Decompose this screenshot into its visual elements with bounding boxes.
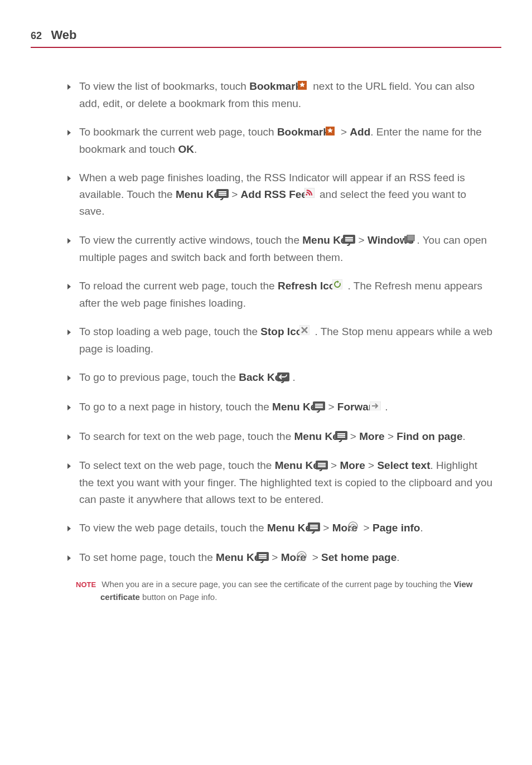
text-span: >	[385, 430, 397, 442]
text-span: .	[420, 522, 423, 534]
text-span: >	[320, 522, 332, 534]
svg-rect-22	[337, 433, 345, 434]
svg-rect-12	[407, 235, 414, 241]
bullet-icon	[67, 278, 79, 294]
text-span: To search for text on the web page, touc…	[79, 430, 294, 442]
content-area: To view the list of bookmarks, touch Boo…	[67, 78, 493, 603]
bullet-icon	[67, 520, 79, 536]
bullet-icon	[67, 399, 79, 415]
text-span: To select text on the web page, touch th…	[79, 459, 275, 471]
text-span: .	[194, 143, 197, 155]
list-item: To view the currently active windows, to…	[67, 232, 493, 265]
bold-text: Add RSS Feed	[241, 188, 314, 200]
text-span: >	[338, 126, 350, 138]
list-item: To view the list of bookmarks, touch Boo…	[67, 78, 493, 112]
bold-text: OK	[178, 143, 194, 155]
list-item: To select text on the web page, touch th…	[67, 457, 493, 507]
svg-rect-9	[345, 239, 353, 240]
svg-rect-19	[315, 407, 323, 408]
text-span: To stop loading a web page, touch the	[79, 326, 260, 337]
bold-text: More	[340, 459, 365, 471]
text-span: To go to a next page in history, touch t…	[79, 401, 272, 413]
bullet-icon	[67, 78, 79, 94]
bold-text: Add	[350, 126, 370, 138]
text-span: To view the web page details, touch the	[79, 522, 267, 534]
page-header: 62 Web	[31, 28, 501, 48]
svg-rect-32	[310, 528, 318, 529]
text-span: To go to previous page, touch the	[79, 371, 239, 383]
svg-rect-5	[219, 195, 226, 196]
text-span: To bookmark the current web page, touch	[79, 126, 277, 138]
svg-rect-24	[337, 437, 345, 438]
svg-rect-27	[318, 464, 326, 466]
text-span: >	[365, 459, 378, 471]
list-item: When a web page finishes loading, the RS…	[67, 170, 493, 220]
bullet-icon	[67, 428, 79, 444]
text-span: .	[463, 430, 466, 442]
svg-point-42	[301, 554, 302, 555]
list-item: To go to a next page in history, touch t…	[67, 399, 493, 416]
bold-text: Find on page	[396, 430, 462, 442]
list-item: To stop loading a web page, touch the St…	[67, 323, 493, 357]
text-span: >	[355, 234, 367, 246]
svg-point-33	[349, 522, 357, 531]
text-span: .	[396, 551, 399, 563]
svg-rect-3	[219, 191, 226, 192]
text-span: >	[309, 551, 321, 563]
text-span: To set home page, touch the	[79, 551, 216, 563]
text-span: To reload the current web page, touch th…	[79, 280, 278, 292]
svg-point-35	[352, 524, 354, 525]
bold-text: Page info	[373, 522, 420, 534]
list-item: To reload the current web page, touch th…	[67, 278, 493, 311]
svg-rect-26	[318, 463, 326, 464]
svg-rect-17	[315, 404, 323, 405]
page-number: 62	[31, 30, 42, 42]
bullet-icon	[67, 170, 79, 186]
text-span: >	[325, 401, 337, 413]
svg-rect-10	[345, 240, 353, 241]
svg-rect-30	[310, 525, 318, 526]
svg-rect-38	[259, 556, 267, 557]
list-item: To set home page, touch the Menu Key > M…	[67, 549, 493, 567]
svg-point-40	[297, 551, 306, 560]
bullet-icon	[67, 549, 79, 565]
text-span: .	[289, 371, 296, 383]
list-item: To view the web page details, touch the …	[67, 520, 493, 537]
bold-text: More	[359, 430, 384, 442]
bullet-icon	[67, 369, 79, 385]
note-text-before: When you are in a secure page, you can s…	[101, 579, 453, 589]
note-text-after: button on Page info.	[140, 592, 217, 602]
svg-rect-28	[318, 466, 326, 467]
svg-rect-37	[259, 554, 267, 555]
svg-rect-23	[337, 435, 345, 436]
page-title: Web	[51, 28, 76, 42]
bullet-icon	[67, 124, 79, 140]
svg-rect-31	[310, 526, 318, 527]
bold-text: Set home page	[321, 551, 396, 563]
svg-rect-4	[219, 193, 226, 194]
bullet-icon	[67, 457, 79, 473]
bold-text: Select text	[377, 459, 430, 471]
bullet-icon	[67, 323, 79, 340]
text-span: To view the currently active windows, to…	[79, 234, 302, 246]
text-span: >	[360, 522, 373, 534]
svg-rect-6	[304, 188, 315, 198]
list-item: To go to previous page, touch the Back K…	[67, 369, 493, 386]
note-block: NOTE When you are in a secure page, you …	[67, 578, 493, 603]
text-span: .	[382, 401, 388, 413]
text-span: To view the list of bookmarks, touch	[79, 80, 249, 92]
list-item: To search for text on the web page, touc…	[67, 428, 493, 446]
svg-rect-18	[315, 405, 323, 406]
svg-rect-8	[345, 237, 353, 238]
text-span: >	[229, 188, 241, 200]
text-span: >	[269, 551, 281, 563]
text-span: >	[328, 459, 340, 471]
text-span: >	[347, 430, 360, 442]
svg-rect-39	[259, 558, 267, 559]
note-label: NOTE	[76, 580, 96, 589]
list-item: To bookmark the current web page, touch …	[67, 124, 493, 157]
bullet-icon	[67, 232, 79, 248]
